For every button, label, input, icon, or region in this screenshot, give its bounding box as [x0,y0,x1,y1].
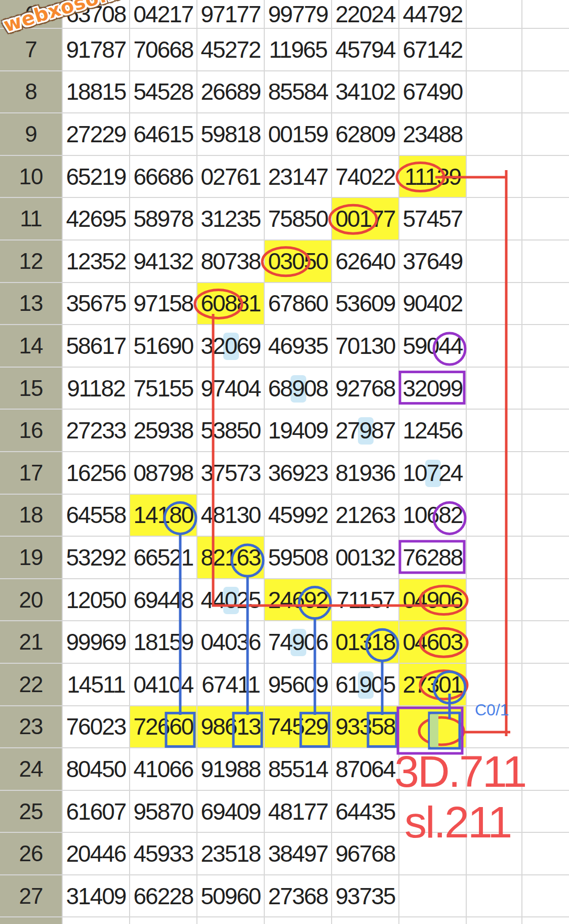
table-cell: 18159 [129,620,196,663]
table-cell: 37649 [398,239,466,282]
table-cell: 34102 [331,70,398,113]
table-cell [521,197,569,239]
table-cell [398,705,466,748]
table-cell: 48130 [196,494,264,536]
table-cell [466,282,521,325]
table-cell: 97158 [129,282,196,325]
table-cell: 75850 [264,197,331,239]
row-number-cell [0,916,62,924]
table-cell [466,197,521,239]
table-cell: 72660 [129,705,196,748]
row-number-cell: 13 [0,282,62,325]
table-cell: 20446 [62,832,129,874]
table-cell: 45794 [331,28,398,70]
table-cell [521,367,569,409]
table-cell: 75155 [129,367,196,409]
table-cell: 32069 [196,324,264,367]
table-cell: 61607 [62,790,129,832]
table-cell: 91182 [62,367,129,409]
table-cell: 93735 [331,874,398,917]
table-cell: 87064 [331,747,398,790]
annotation-c01-note: C0/1 [475,702,509,718]
table-cell [398,874,466,917]
table-cell [466,28,521,70]
table-cell: 19409 [264,409,331,451]
annotation-sl-note: sl.211 [404,800,511,845]
table-cell [398,916,466,924]
table-cell [521,832,569,874]
table-cell: 95609 [264,663,331,705]
row-number-cell: 20 [0,578,62,621]
row-number-cell: 27 [0,874,62,917]
table-cell [466,620,521,663]
table-cell: 99779 [264,0,331,28]
table-cell: 12050 [62,578,129,621]
table-cell: 45992 [264,494,331,536]
table-cell: 14511 [62,663,129,705]
table-cell [521,324,569,367]
table-cell [521,112,569,155]
table-cell [521,620,569,663]
table-cell: 85514 [264,747,331,790]
row-number-cell: 16 [0,409,62,451]
table-cell: 64435 [331,790,398,832]
table-cell: 76288 [398,536,466,578]
table-cell: 71157 [331,578,398,621]
table-cell: 82163 [196,536,264,578]
table-cell: 96768 [331,832,398,874]
table-cell: 66521 [129,536,196,578]
table-cell: 74906 [264,620,331,663]
table-cell: 31409 [62,874,129,917]
table-cell: 90402 [398,282,466,325]
table-cell: 44025 [196,578,264,621]
table-cell [466,578,521,621]
row-number-cell: 9 [0,112,62,155]
table-cell [521,409,569,451]
table-cell: 53850 [196,409,264,451]
table-cell [521,790,569,832]
row-number-cell: 22 [0,663,62,705]
table-cell: 44792 [398,0,466,28]
table-cell: 69409 [196,790,264,832]
row-number-cell: 25 [0,790,62,832]
table-cell: 03050 [264,239,331,282]
table-cell [466,324,521,367]
table-cell [466,916,521,924]
table-cell: 54528 [129,70,196,113]
table-cell: 70668 [129,28,196,70]
table-cell: 42695 [62,197,129,239]
table-cell: 97177 [196,0,264,28]
row-number-cell: 21 [0,620,62,663]
table-cell: 81936 [331,451,398,494]
table-cell [466,409,521,451]
table-cell: 41066 [129,747,196,790]
table-cell [466,239,521,282]
table-cell: 95870 [129,790,196,832]
table-cell [466,494,521,536]
table-cell: 31235 [196,197,264,239]
table-cell: 24692 [264,578,331,621]
table-cell: 36923 [264,451,331,494]
table-cell [521,239,569,282]
row-number-cell: 23 [0,705,62,748]
row-number-cell: 18 [0,494,62,536]
table-cell: 66686 [129,155,196,197]
table-cell: 67142 [398,28,466,70]
table-cell: 11139 [398,155,466,197]
table-cell: 25938 [129,409,196,451]
table-cell [521,705,569,748]
table-cell: 00132 [331,536,398,578]
table-cell [196,916,264,924]
table-cell [521,28,569,70]
table-cell: 70130 [331,324,398,367]
table-cell: 46935 [264,324,331,367]
table-cell: 04217 [129,0,196,28]
table-cell: 11965 [264,28,331,70]
table-cell: 94132 [129,239,196,282]
table-cell: 23488 [398,112,466,155]
table-cell [466,70,521,113]
table-cell: 10724 [398,451,466,494]
table-cell: 62640 [331,239,398,282]
table-cell: 57457 [398,197,466,239]
table-cell: 48177 [264,790,331,832]
